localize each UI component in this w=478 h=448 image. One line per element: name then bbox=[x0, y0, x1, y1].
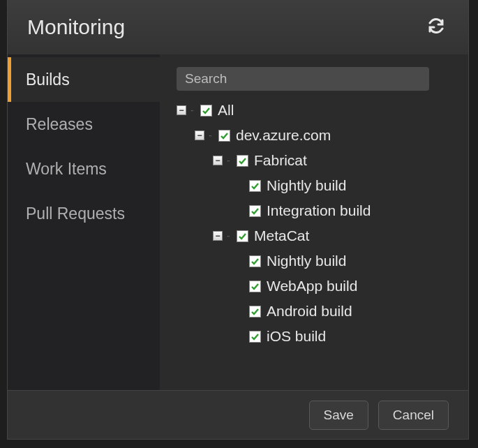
build-tree: − ·· All − ·· dev.azure.com − bbox=[177, 98, 449, 349]
checkbox[interactable] bbox=[249, 180, 261, 192]
tree-label: iOS build bbox=[267, 328, 326, 345]
sidebar: Builds Releases Work Items Pull Requests bbox=[8, 54, 160, 390]
tree-label: All bbox=[218, 102, 234, 119]
checkbox[interactable] bbox=[249, 331, 261, 343]
sidebar-item-releases[interactable]: Releases bbox=[8, 102, 160, 147]
monitoring-panel: Monitoring Builds Releases Work Items Pu… bbox=[7, 0, 469, 440]
sidebar-item-pull-requests[interactable]: Pull Requests bbox=[8, 191, 160, 236]
checkbox[interactable] bbox=[237, 155, 248, 167]
panel-body: Builds Releases Work Items Pull Requests… bbox=[8, 54, 468, 390]
save-button[interactable]: Save bbox=[309, 401, 368, 430]
panel-footer: Save Cancel bbox=[8, 390, 468, 439]
tree-connector: ·· bbox=[227, 157, 232, 165]
collapse-icon[interactable]: − bbox=[177, 105, 186, 115]
tree-node-metacat[interactable]: − ·· MetaCat bbox=[177, 223, 449, 248]
checkbox[interactable] bbox=[249, 281, 261, 292]
sidebar-item-label: Releases bbox=[26, 115, 93, 134]
tree-label: WebApp build bbox=[267, 278, 357, 294]
tree-leaf[interactable]: Integration build bbox=[177, 198, 449, 223]
panel-header: Monitoring bbox=[8, 0, 468, 54]
tree-leaf[interactable]: Nightly build bbox=[177, 173, 449, 198]
tree-label: MetaCat bbox=[254, 227, 309, 244]
tree-node-fabricat[interactable]: − ·· Fabricat bbox=[177, 148, 449, 173]
tree-label: dev.azure.com bbox=[236, 127, 331, 144]
sidebar-item-label: Pull Requests bbox=[26, 204, 125, 223]
checkbox[interactable] bbox=[249, 205, 261, 217]
sidebar-item-builds[interactable]: Builds bbox=[8, 57, 160, 102]
cancel-button[interactable]: Cancel bbox=[378, 401, 449, 430]
content-area: − ·· All − ·· dev.azure.com − bbox=[160, 54, 468, 390]
tree-leaf[interactable]: iOS build bbox=[177, 324, 449, 349]
sidebar-item-label: Builds bbox=[26, 70, 70, 89]
tree-node-dev-azure[interactable]: − ·· dev.azure.com bbox=[177, 123, 449, 148]
tree-label: Fabricat bbox=[254, 152, 307, 169]
tree-leaf[interactable]: Nightly build bbox=[177, 248, 449, 274]
search-input[interactable] bbox=[177, 67, 429, 91]
checkbox[interactable] bbox=[237, 230, 248, 242]
sidebar-item-work-items[interactable]: Work Items bbox=[8, 147, 160, 191]
tree-connector: ·· bbox=[227, 232, 232, 240]
collapse-icon[interactable]: − bbox=[213, 156, 223, 165]
tree-label: Nightly build bbox=[267, 177, 346, 194]
tree-label: Nightly build bbox=[267, 253, 346, 269]
checkbox[interactable] bbox=[218, 130, 230, 142]
tree-label: Integration build bbox=[267, 202, 371, 219]
checkbox[interactable] bbox=[249, 306, 261, 318]
tree-node-all[interactable]: − ·· All bbox=[177, 98, 449, 123]
refresh-icon[interactable] bbox=[424, 13, 449, 41]
tree-leaf[interactable]: Android build bbox=[177, 299, 449, 324]
tree-connector: ·· bbox=[191, 107, 196, 114]
sidebar-item-label: Work Items bbox=[26, 160, 107, 179]
checkbox[interactable] bbox=[249, 255, 261, 267]
panel-title: Monitoring bbox=[27, 15, 125, 39]
tree-label: Android build bbox=[267, 303, 352, 320]
tree-leaf[interactable]: WebApp build bbox=[177, 274, 449, 299]
tree-connector: ·· bbox=[209, 132, 214, 140]
collapse-icon[interactable]: − bbox=[195, 130, 204, 140]
checkbox[interactable] bbox=[200, 105, 212, 117]
collapse-icon[interactable]: − bbox=[213, 231, 223, 241]
